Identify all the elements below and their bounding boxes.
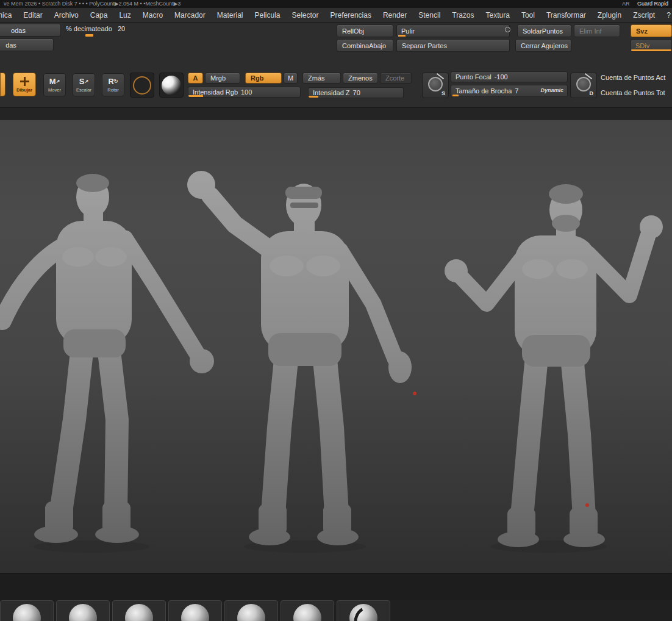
menu-item-marcador[interactable]: Marcador xyxy=(174,11,206,20)
sculpt-figure-center xyxy=(187,171,416,545)
sculpt-figure-right xyxy=(445,184,663,547)
menu-item-help[interactable]: ? xyxy=(667,11,671,20)
brush-thumbnail-4[interactable] xyxy=(168,600,222,621)
toolbar-canvas-divider xyxy=(0,107,672,120)
elim-inf-button: Elim Inf xyxy=(574,24,620,37)
alpha-dot-icon xyxy=(576,77,591,92)
zbrush-window: ve Mem 2026 • Scratch Disk 7 • • • PolyC… xyxy=(0,0,672,621)
brush-thumbnail-tray xyxy=(0,600,672,621)
svz-button[interactable]: Svz xyxy=(631,24,672,37)
menu-item-dinamica[interactable]: mica xyxy=(0,11,12,20)
sdiv-slider[interactable]: SDiv xyxy=(631,39,672,52)
a-toggle-button[interactable]: A xyxy=(188,73,203,84)
material-sphere-icon xyxy=(133,76,151,95)
point-count-active-label: Cuenta de Puntos Act xyxy=(601,74,672,81)
pulir-slider[interactable]: Pulir xyxy=(396,24,510,37)
menu-item-tool[interactable]: Tool xyxy=(521,11,535,20)
left-panel-button-das[interactable]: das xyxy=(0,38,54,51)
menu-item-material[interactable]: Material xyxy=(217,11,243,20)
brush-thumbnail-1[interactable] xyxy=(0,600,54,621)
pulir-slider-handle[interactable] xyxy=(398,35,406,37)
mover-button[interactable]: M↗ Mover xyxy=(43,73,66,96)
brush-size-slider[interactable]: Tamaño de Brocha 7 Dynamic xyxy=(451,85,568,97)
quicksave-label[interactable]: Guard Rapid xyxy=(637,1,668,7)
sculpt-cursor-mark-1 xyxy=(413,392,416,395)
focal-shift-slider[interactable]: Punto Focal -100 xyxy=(451,71,568,82)
dibujar-button[interactable]: Dibujar xyxy=(13,73,36,96)
brush-thumbnail-2[interactable] xyxy=(56,600,110,621)
menu-item-textura[interactable]: Textura xyxy=(486,11,510,20)
menu-bar: mica Editar Archivo Capa Luz Macro Marca… xyxy=(0,8,672,23)
sculpt-figures xyxy=(0,120,672,573)
alpha-type-button[interactable]: D xyxy=(570,73,597,98)
current-material-button[interactable] xyxy=(130,73,154,98)
z-intensity-handle[interactable] xyxy=(309,96,318,98)
menu-item-preferencias[interactable]: Preferencias xyxy=(331,11,371,20)
rgb-toggle-button[interactable]: Rgb xyxy=(245,73,282,84)
brush-thumbnail-6[interactable] xyxy=(281,600,334,621)
separar-partes-button[interactable]: Separar Partes xyxy=(396,39,510,52)
matcap-sphere-icon xyxy=(162,76,181,95)
menu-item-render[interactable]: Render xyxy=(383,11,407,20)
combina-abajo-button[interactable]: CombinaAbajo xyxy=(337,39,393,52)
title-bar: ve Mem 2026 • Scratch Disk 7 • • • PolyC… xyxy=(0,0,672,8)
brush-thumbnail-5[interactable] xyxy=(224,600,278,621)
brush-thumbnail-7[interactable] xyxy=(337,600,390,621)
zadd-toggle-button[interactable]: Zmás xyxy=(302,73,341,84)
menu-item-transformar[interactable]: Transformar xyxy=(546,11,586,20)
focal-shift-value: -100 xyxy=(495,73,508,81)
brush-thumbnail-3[interactable] xyxy=(112,600,166,621)
menu-item-trazos[interactable]: Trazos xyxy=(452,11,474,20)
current-matcap-button[interactable] xyxy=(159,73,184,98)
sdiv-slider-handle[interactable] xyxy=(631,49,671,52)
brush-sphere-icon xyxy=(125,604,153,621)
stroke-type-button[interactable]: S xyxy=(422,73,449,98)
memory-status-text: ve Mem 2026 • Scratch Disk 7 • • • PolyC… xyxy=(4,0,181,8)
ar-indicator: AR xyxy=(622,1,630,7)
z-intensity-slider[interactable]: Intensidad Z 70 xyxy=(308,87,404,98)
sculpt-figure-left xyxy=(2,174,214,543)
rotar-button[interactable]: R↻ Rotar xyxy=(102,73,124,96)
soldarpuntos-button[interactable]: SoldarPuntos xyxy=(517,24,571,37)
escalar-button[interactable]: S↗ Escalar xyxy=(73,73,95,96)
zsub-toggle-button[interactable]: Zmenos xyxy=(343,73,378,84)
stroke-dot-icon xyxy=(428,77,443,92)
bottom-tray-strip xyxy=(0,573,672,600)
brush-size-handle[interactable] xyxy=(452,95,459,97)
brush-sphere-icon xyxy=(237,604,265,621)
menu-item-stencil[interactable]: Stencil xyxy=(418,11,440,20)
mrgb-toggle-button[interactable]: Mrgb xyxy=(205,73,240,84)
rgb-intensity-value: 100 xyxy=(241,88,252,96)
rgb-intensity-handle[interactable] xyxy=(188,95,203,98)
menu-item-capa[interactable]: Capa xyxy=(90,11,108,20)
decimate-value: 20 xyxy=(118,25,125,32)
sculpt-cursor-mark-2 xyxy=(585,503,589,507)
rellobj-button[interactable]: RellObj xyxy=(337,24,393,37)
pulir-mode-toggle-icon[interactable] xyxy=(505,27,510,32)
draw-move-cross-icon xyxy=(20,77,29,86)
decimate-slider-handle[interactable] xyxy=(85,34,93,37)
menu-item-macro[interactable]: Macro xyxy=(143,11,163,20)
menu-item-zplugin[interactable]: Zplugin xyxy=(598,11,621,20)
sculpt-canvas[interactable] xyxy=(0,120,672,573)
menu-item-luz[interactable]: Luz xyxy=(119,11,130,20)
left-panel-button-todas[interactable]: odas xyxy=(0,24,61,37)
m-toggle-button[interactable]: M xyxy=(284,73,298,84)
menu-item-zscript[interactable]: Zscript xyxy=(633,11,655,20)
z-intensity-value: 70 xyxy=(353,89,360,96)
menu-item-archivo[interactable]: Archivo xyxy=(54,11,79,20)
decimate-slider[interactable]: % decimateado 20 xyxy=(66,25,125,32)
brush-sphere-icon xyxy=(69,604,97,621)
rgb-intensity-slider[interactable]: Intensidad Rgb 100 xyxy=(188,87,301,98)
zcut-toggle-button: Zcorte xyxy=(380,73,412,84)
edit-mode-button-partial[interactable] xyxy=(0,73,5,96)
cerrar-agujeros-button[interactable]: Cerrar Agujeros xyxy=(515,39,571,52)
brush-curve-sphere-icon xyxy=(349,604,377,621)
brush-sphere-icon xyxy=(181,604,209,621)
menu-item-selector[interactable]: Selector xyxy=(292,11,319,20)
menu-item-pelicula[interactable]: Pelicula xyxy=(254,11,280,20)
rotate-icon: R↻ xyxy=(108,77,118,86)
menu-item-editar[interactable]: Editar xyxy=(23,11,42,20)
scale-icon: S↗ xyxy=(79,77,88,86)
brush-sphere-icon xyxy=(293,604,321,621)
